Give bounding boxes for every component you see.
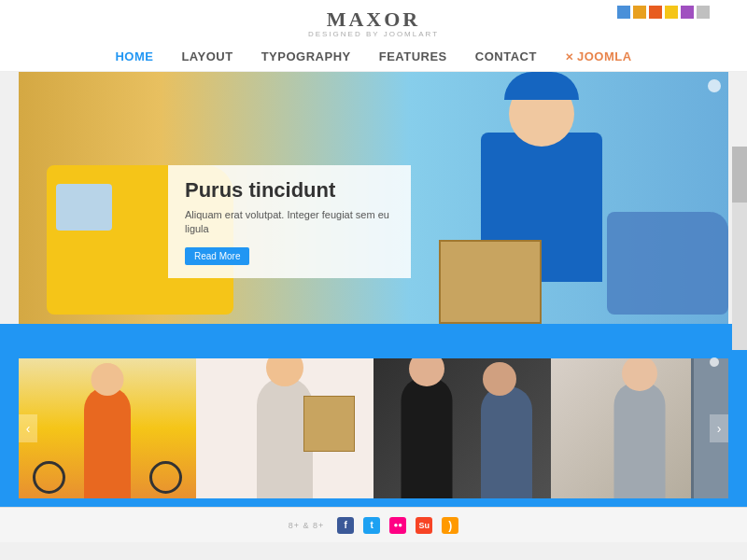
hero-dot-indicator: [708, 79, 721, 92]
gallery-section: ‹ ›: [0, 350, 747, 507]
gallery-item-4: [551, 358, 728, 498]
color-swatches[interactable]: [617, 6, 710, 19]
joomla-icon: ✕: [565, 51, 577, 63]
swatch-orange[interactable]: [633, 6, 646, 19]
footer-text: 8+ & 8+: [289, 521, 325, 530]
gallery-item-1: [19, 358, 196, 498]
logo-subtitle: DESIGNED BY JOOMLART: [0, 30, 747, 38]
nav-features[interactable]: FEATURES: [379, 49, 447, 63]
gallery-item-3: [374, 358, 551, 498]
swatch-blue[interactable]: [617, 6, 630, 19]
swatch-yellow[interactable]: [665, 6, 678, 19]
twitter-icon[interactable]: t: [363, 517, 380, 534]
hero-text-overlay: Purus tincidunt Aliquam erat volutpat. I…: [168, 165, 411, 278]
gallery-inner: [19, 358, 728, 498]
hero-wrapper: Purus tincidunt Aliquam erat volutpat. I…: [0, 72, 747, 324]
logo-title: MAXOR: [327, 7, 421, 31]
facebook-icon[interactable]: f: [337, 517, 354, 534]
blue-divider: [0, 324, 747, 350]
social-icons: f t ●● Su ): [337, 517, 458, 534]
delivery-person: [430, 81, 654, 324]
swatch-red[interactable]: [649, 6, 662, 19]
flickr-icon[interactable]: ●●: [389, 517, 406, 534]
footer: 8+ & 8+ f t ●● Su ): [0, 507, 747, 542]
nav-joomla[interactable]: ✕ JOOMLA: [565, 49, 632, 63]
gallery-item-2: [196, 358, 374, 498]
scrollbar-thumb[interactable]: [732, 147, 747, 203]
gallery-dot-indicator: [710, 357, 719, 367]
nav-home[interactable]: HOME: [115, 49, 153, 63]
nav-layout[interactable]: LAYOUT: [181, 49, 233, 63]
stumbleupon-icon[interactable]: Su: [416, 517, 432, 534]
main-nav: HOME LAYOUT TYPOGRAPHY FEATURES CONTACT …: [0, 42, 747, 71]
hero-heading: Purus tincidunt: [185, 178, 394, 203]
read-more-button[interactable]: Read More: [185, 247, 249, 265]
gallery-prev-button[interactable]: ‹: [19, 414, 37, 442]
hero-subtext: Aliquam erat volutpat. Integer feugiat s…: [185, 208, 394, 237]
hero-section: Purus tincidunt Aliquam erat volutpat. I…: [19, 72, 728, 324]
nav-contact[interactable]: CONTACT: [475, 49, 537, 63]
rss-icon[interactable]: ): [442, 517, 458, 534]
nav-typography[interactable]: TYPOGRAPHY: [261, 49, 351, 63]
gallery-next-button[interactable]: ›: [710, 414, 728, 442]
swatch-gray[interactable]: [697, 6, 710, 19]
swatch-purple[interactable]: [681, 6, 694, 19]
